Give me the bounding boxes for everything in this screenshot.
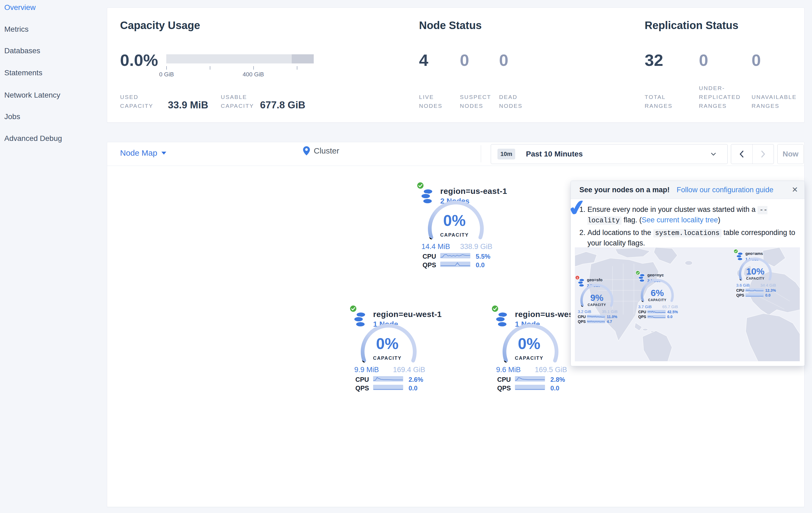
qps-value: 0.0 xyxy=(667,315,672,319)
region-cluster-us-east-1: region=us-east-1 2 Nodes 0% CAPACITY 14.… xyxy=(415,181,493,272)
healthy-check-icon xyxy=(349,305,357,313)
time-range-badge: 10m xyxy=(497,149,515,159)
total-ranges-label: TOTAL RANGES xyxy=(645,92,681,110)
locality-usable-capacity: 35.1 GiB xyxy=(602,309,617,314)
chevron-right-icon xyxy=(761,150,765,158)
region-usable-capacity: 169.4 GiB xyxy=(393,366,425,374)
capacity-usage-title: Capacity Usage xyxy=(120,19,200,31)
dead-nodes-label: DEAD NODES xyxy=(499,92,531,110)
qps-label: QPS xyxy=(497,384,511,392)
cpu-value: 12.3% xyxy=(765,288,776,293)
region-cluster-us-west-1: region=us-west-1 1 Node 0% CAPACITY 9.6 … xyxy=(490,304,568,395)
locality-capacity-percent: 6% xyxy=(634,288,680,298)
qps-row: QPS 4.7 xyxy=(575,319,620,324)
cpu-value: 2.8% xyxy=(550,376,565,383)
db-console-overview-page: { "colors": {"accent_blue": "#3179e8", "… xyxy=(0,0,812,513)
cpu-row: CPU 11.0% xyxy=(575,315,620,319)
used-capacity-value: 33.9 MiB xyxy=(168,100,208,111)
cpu-label: CPU xyxy=(497,376,511,383)
now-button[interactable]: Now xyxy=(777,144,804,164)
healthy-check-icon xyxy=(636,270,640,275)
region-capacity-label: CAPACITY xyxy=(348,355,426,361)
cpu-label: CPU xyxy=(736,288,744,293)
locality-capacity-label: CAPACITY xyxy=(732,277,778,280)
cpu-label: CPU xyxy=(355,376,369,383)
cpu-row: CPU 2.6% xyxy=(348,376,426,383)
locality-capacity-label: CAPACITY xyxy=(575,303,620,307)
qps-value: 4.7 xyxy=(607,319,612,324)
sidebar-item-metrics[interactable]: Metrics xyxy=(4,25,28,34)
region-used-capacity: 9.9 MiB xyxy=(354,366,379,374)
locality-name: geo=nyc xyxy=(647,273,664,277)
map-pin-icon xyxy=(303,146,310,155)
qps-sparkline xyxy=(745,293,764,297)
suspect-nodes-count: 0 xyxy=(460,51,469,70)
healthy-check-icon xyxy=(491,305,499,313)
step-1: Ensure every node in your cluster was st… xyxy=(587,205,798,225)
qps-label: QPS xyxy=(355,384,369,392)
chevron-down-icon xyxy=(162,152,166,155)
locality-tree-link[interactable]: See current locality tree xyxy=(642,216,718,224)
breadcrumb[interactable]: Cluster xyxy=(303,146,339,155)
axis-tick xyxy=(297,66,297,70)
qps-row: QPS 0.0 xyxy=(415,261,493,268)
step-1-mid: flag. ( xyxy=(621,216,642,224)
qps-row: QPS 0.0 xyxy=(490,384,568,392)
step-2: Add locations to the system.locations ta… xyxy=(587,228,798,248)
cpu-value: 11.0% xyxy=(607,315,617,319)
time-next-button[interactable] xyxy=(753,144,774,164)
chevron-left-icon xyxy=(739,150,744,158)
qps-value: 0.0 xyxy=(550,384,559,392)
locality-used-capacity: 3.7 GiB xyxy=(638,304,651,309)
live-nodes-label: LIVE NODES xyxy=(419,92,451,110)
capacity-tick-400: 400 GiB xyxy=(237,71,269,78)
node-status-title: Node Status xyxy=(419,19,482,31)
healthy-check-icon xyxy=(416,182,424,189)
live-nodes-count: 4 xyxy=(419,51,428,70)
locality-name: geo=ams xyxy=(745,251,763,256)
sidebar-item-databases[interactable]: Databases xyxy=(4,47,40,55)
axis-tick xyxy=(166,66,167,70)
tooltip-steps: Ensure every node in your cluster was st… xyxy=(577,205,798,250)
sidebar-item-jobs[interactable]: Jobs xyxy=(4,112,20,121)
tooltip-title: See your nodes on a map! xyxy=(579,186,670,194)
view-selector-label: Node Map xyxy=(120,148,157,158)
capacity-bar-reserved-segment xyxy=(292,54,314,63)
qps-label: QPS xyxy=(736,293,744,297)
close-icon[interactable]: ✕ xyxy=(792,185,798,194)
qps-sparkline xyxy=(440,262,470,267)
region-capacity-percent: 0% xyxy=(490,334,568,352)
breadcrumb-label: Cluster xyxy=(314,146,339,155)
toolbar-divider xyxy=(107,166,804,166)
usable-capacity-label: USABLE CAPACITY xyxy=(221,92,265,110)
sidebar-item-statements[interactable]: Statements xyxy=(4,69,42,77)
configuration-guide-link[interactable]: Follow our configuration guide xyxy=(677,186,773,194)
step-1-text: Ensure every node in your cluster was st… xyxy=(587,206,757,214)
view-selector-dropdown[interactable]: Node Map xyxy=(120,148,166,158)
locality-capacity-label: CAPACITY xyxy=(634,298,680,302)
locality-usable-capacity: 34.4 GiB xyxy=(760,283,776,288)
example-node-map-image: geo=sfo 2 Nodes 9% CAPACITY 3.2 GiB 35.1… xyxy=(575,247,800,361)
cpu-value: 42.5% xyxy=(667,310,678,314)
sidebar-item-network-latency[interactable]: Network Latency xyxy=(4,91,60,100)
cpu-row: CPU 42.5% xyxy=(634,310,680,314)
time-range-select[interactable]: 10m Past 10 Minutes xyxy=(491,144,728,164)
time-prev-button[interactable] xyxy=(731,144,753,164)
locality-capacity-percent: 10% xyxy=(732,266,778,277)
under-replicated-label: UNDER-REPLICATED RANGES xyxy=(699,84,749,110)
sidebar-item-overview[interactable]: Overview xyxy=(4,3,36,12)
time-step-buttons xyxy=(731,144,774,164)
sidebar-item-advanced-debug[interactable]: Advanced Debug xyxy=(4,134,62,143)
qps-label: QPS xyxy=(578,319,586,324)
cpu-value: 2.6% xyxy=(409,376,423,383)
locality-cluster-geo-sfo: geo=sfo 2 Nodes 9% CAPACITY 3.2 GiB 35.1… xyxy=(575,272,620,325)
usable-capacity-value: 677.8 GiB xyxy=(260,100,306,111)
warning-badge-icon xyxy=(575,275,580,280)
qps-value: 0.0 xyxy=(476,261,485,269)
capacity-percent: 0.0% xyxy=(120,51,158,70)
replication-status-title: Replication Status xyxy=(645,19,738,31)
cpu-label: CPU xyxy=(423,253,436,260)
qps-row: QPS 0.0 xyxy=(348,384,426,392)
region-used-capacity: 9.6 MiB xyxy=(496,366,521,374)
cpu-sparkline xyxy=(515,376,545,381)
